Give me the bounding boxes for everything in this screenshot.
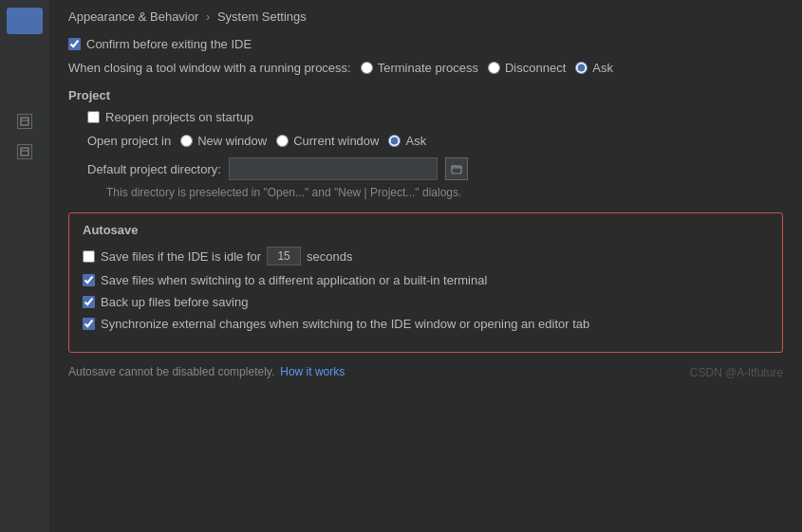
project-title: Project (68, 88, 783, 102)
confirm-exit-label[interactable]: Confirm before exiting the IDE (68, 37, 252, 51)
sidebar (0, 0, 49, 532)
radio-ask-project-label: Ask (405, 134, 426, 148)
radio-new-window-label: New window (197, 134, 267, 148)
radio-terminate[interactable]: Terminate process (361, 61, 478, 75)
dir-hint: This directory is preselected in "Open..… (106, 186, 783, 199)
radio-new-window-input[interactable] (180, 135, 193, 147)
sidebar-icon-2[interactable] (17, 144, 32, 159)
autosave-title: Autosave (83, 223, 769, 237)
tool-window-row: When closing a tool window with a runnin… (68, 61, 783, 75)
footer-text: Autosave cannot be disabled completely. (68, 365, 274, 378)
sidebar-icon-1[interactable] (17, 114, 32, 129)
radio-disconnect[interactable]: Disconnect (488, 61, 566, 75)
tool-window-label: When closing a tool window with a runnin… (68, 61, 351, 75)
radio-current-window-label: Current window (293, 134, 379, 148)
reopen-label[interactable]: Reopen projects on startup (87, 110, 253, 124)
radio-ask-tool[interactable]: Ask (575, 61, 613, 75)
reopen-row: Reopen projects on startup (87, 110, 783, 124)
idle-label-post: seconds (307, 249, 352, 264)
open-project-row: Open project in New window Current windo… (87, 134, 783, 148)
breadcrumb: Appearance & Behavior › System Settings (68, 9, 783, 24)
radio-ask-tool-input[interactable] (575, 62, 588, 74)
radio-current-window-input[interactable] (276, 135, 289, 147)
idle-label-pre: Save files if the IDE is idle for (101, 249, 261, 264)
confirm-exit-text: Confirm before exiting the IDE (86, 37, 252, 51)
sync-label: Synchronize external changes when switch… (101, 317, 589, 331)
backup-row: Back up files before saving (83, 295, 769, 309)
autosave-box: Autosave Save files if the IDE is idle f… (68, 212, 783, 353)
radio-ask-tool-label: Ask (592, 61, 613, 75)
switch-row: Save files when switching to a different… (83, 273, 769, 287)
idle-checkbox[interactable] (83, 250, 95, 263)
dir-row: Default project directory: (87, 157, 783, 180)
dir-browse-button[interactable] (445, 157, 468, 180)
backup-checkbox[interactable] (83, 296, 95, 308)
radio-terminate-input[interactable] (361, 62, 373, 74)
radio-new-window[interactable]: New window (180, 134, 267, 148)
sync-row: Synchronize external changes when switch… (83, 317, 769, 331)
radio-disconnect-label: Disconnect (505, 61, 566, 75)
svg-rect-0 (21, 118, 28, 125)
switch-label: Save files when switching to a different… (101, 273, 487, 287)
confirm-exit-row: Confirm before exiting the IDE (68, 37, 783, 51)
breadcrumb-separator: › (206, 9, 210, 24)
idle-seconds-input[interactable] (267, 247, 301, 266)
sidebar-icons (17, 114, 32, 159)
main-content: Appearance & Behavior › System Settings … (49, 0, 802, 532)
how-it-works-link[interactable]: How it works (280, 365, 345, 378)
project-indented: Reopen projects on startup Open project … (87, 110, 783, 199)
reopen-checkbox[interactable] (87, 111, 100, 123)
radio-current-window[interactable]: Current window (276, 134, 379, 148)
footer-row: Autosave cannot be disabled completely. … (68, 364, 783, 379)
svg-rect-2 (21, 148, 28, 156)
switch-checkbox[interactable] (83, 274, 95, 286)
watermark: CSDN @A-ltfuture (690, 366, 783, 379)
dir-label: Default project directory: (87, 162, 221, 176)
open-project-label: Open project in (87, 134, 171, 148)
confirm-exit-checkbox[interactable] (68, 38, 81, 50)
backup-label: Back up files before saving (101, 295, 248, 309)
radio-terminate-label: Terminate process (378, 61, 478, 75)
dir-input[interactable] (229, 157, 438, 180)
radio-disconnect-input[interactable] (488, 62, 500, 74)
idle-row: Save files if the IDE is idle for second… (83, 247, 769, 266)
sidebar-tab-active[interactable] (7, 8, 43, 34)
radio-ask-project[interactable]: Ask (388, 134, 426, 148)
radio-ask-project-input[interactable] (388, 135, 401, 147)
reopen-text: Reopen projects on startup (105, 110, 253, 124)
breadcrumb-part2: System Settings (217, 9, 307, 24)
breadcrumb-part1: Appearance & Behavior (68, 9, 198, 24)
sync-checkbox[interactable] (83, 318, 95, 330)
